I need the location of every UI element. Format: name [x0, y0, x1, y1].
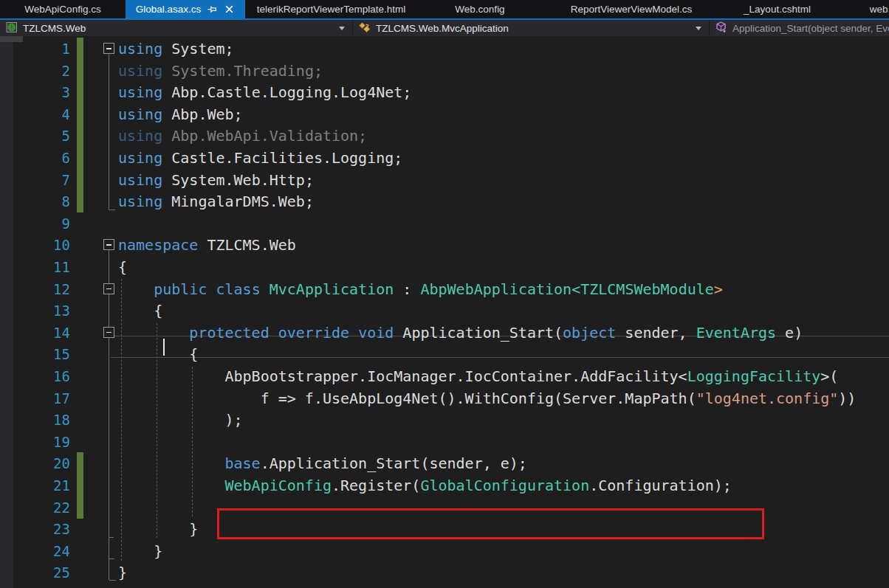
code-line-24[interactable]: 24 } [0, 540, 889, 562]
code-line-10[interactable]: 10namespace TZLCMS.Web [0, 234, 889, 256]
code-text: public class MvcApplication : AbpWebAppl… [118, 278, 723, 300]
tab-label: WebApiConfig.cs [24, 4, 100, 15]
code-line-16[interactable]: 16 AbpBootstrapper.IocManager.IocContain… [0, 365, 889, 387]
line-number[interactable]: 12 [0, 278, 70, 300]
fold-guide-namespace-end [109, 580, 116, 581]
line-number[interactable]: 4 [0, 103, 70, 125]
code-line-5[interactable]: 5using Abp.WebApi.Validation; [0, 125, 889, 147]
type-dropdown[interactable]: TZLCMS.Web.MvcApplication [353, 20, 709, 36]
code-text: using System.Web.Http; [118, 169, 314, 191]
line-number[interactable]: 5 [0, 125, 70, 147]
line-number[interactable]: 20 [0, 452, 70, 474]
code-line-19[interactable]: 19 [0, 431, 889, 453]
tab-label: telerikReportViewerTemplate.html [257, 4, 406, 15]
line-number[interactable]: 10 [0, 234, 70, 256]
code-text: } [118, 561, 127, 584]
line-number[interactable]: 15 [0, 343, 70, 365]
fold-collapse-toggle[interactable] [103, 43, 114, 54]
code-line-20[interactable]: 20 base.Application_Start(sender, e); [0, 452, 889, 474]
change-tracking-bar [77, 474, 83, 497]
code-line-6[interactable]: 6using Castle.Facilities.Logging; [0, 147, 889, 169]
line-number[interactable]: 14 [0, 322, 70, 344]
code-text: { [118, 300, 162, 322]
line-number[interactable]: 19 [0, 431, 70, 453]
line-number[interactable]: 3 [0, 81, 70, 103]
code-line-7[interactable]: 7using System.Web.Http; [0, 169, 889, 191]
tab-web-config[interactable]: Web.config [417, 0, 543, 18]
document-tab-bar: WebApiConfig.csGlobal.asax.cstelerikRepo… [0, 0, 889, 20]
annotation-highlight-box [217, 508, 764, 539]
tab--layout-cshtml[interactable]: _Layout.cshtml [720, 0, 834, 18]
code-line-4[interactable]: 4using Abp.Web; [0, 103, 889, 125]
tab-label: ReportViewerViewModel.cs [571, 4, 693, 15]
pin-icon[interactable] [206, 4, 218, 15]
tab-reportviewerviewmodel-cs[interactable]: ReportViewerViewModel.cs [543, 0, 720, 18]
code-line-21[interactable]: 21 WebApiConfig.Register(GlobalConfigura… [0, 474, 889, 497]
fold-guide-namespace [109, 250, 110, 580]
fold-collapse-toggle[interactable] [103, 283, 114, 294]
code-text: using System; [118, 38, 234, 60]
code-text: using MingalarDMS.Web; [118, 190, 314, 212]
code-line-11[interactable]: 11{ [0, 256, 889, 278]
code-line-3[interactable]: 3using Abp.Castle.Logging.Log4Net; [0, 81, 889, 103]
vs-editor-window: WebApiConfig.csGlobal.asax.cstelerikRepo… [0, 0, 889, 588]
code-line-17[interactable]: 17 f => f.UseAbpLog4Net().WithConfig(Ser… [0, 387, 889, 409]
line-number[interactable]: 23 [0, 518, 70, 540]
line-number[interactable]: 1 [0, 38, 70, 60]
line-number[interactable]: 18 [0, 409, 70, 431]
line-number[interactable]: 22 [0, 497, 70, 519]
line-number[interactable]: 6 [0, 147, 70, 169]
tab-telerikreportviewertemplate-html[interactable]: telerikReportViewerTemplate.html [245, 0, 417, 18]
member-dropdown[interactable]: Application_Start(object sender, Event [710, 20, 889, 36]
change-tracking-bar [77, 190, 83, 212]
minus-icon [106, 288, 111, 290]
tab-global-asax-cs[interactable]: Global.asax.cs [126, 0, 245, 18]
fold-guide-usings [109, 54, 115, 210]
line-number[interactable]: 13 [0, 300, 70, 322]
minus-icon [106, 48, 111, 49]
code-text: namespace TZLCMS.Web [118, 234, 296, 256]
code-line-15[interactable]: 15 { [0, 343, 889, 365]
line-number[interactable]: 7 [0, 169, 70, 191]
code-line-12[interactable]: 12 public class MvcApplication : AbpWebA… [0, 278, 889, 300]
code-line-9[interactable]: 9 [0, 212, 889, 235]
fold-collapse-toggle[interactable] [103, 239, 114, 250]
line-number[interactable]: 24 [0, 540, 70, 562]
project-dropdown[interactable]: TZLCMS.Web [0, 20, 352, 36]
code-line-18[interactable]: 18 ); [0, 409, 889, 431]
tab-label: Web.config [455, 4, 504, 15]
change-tracking-bar [77, 103, 83, 125]
code-line-2[interactable]: 2using System.Threading; [0, 60, 889, 82]
code-text: { [118, 256, 127, 278]
change-tracking-bar [77, 452, 83, 474]
code-editor[interactable]: 1using System;2using System.Threading;3u… [0, 36, 889, 588]
tab-webapiconfig-cs[interactable]: WebApiConfig.cs [0, 0, 126, 18]
line-number[interactable]: 17 [0, 387, 70, 409]
line-number[interactable]: 2 [0, 60, 70, 82]
tab-web-config[interactable]: web.config [834, 0, 889, 18]
close-icon[interactable] [223, 4, 235, 15]
code-line-8[interactable]: 8using MingalarDMS.Web; [0, 190, 889, 212]
line-number[interactable]: 25 [0, 561, 70, 584]
code-text: AbpBootstrapper.IocManager.IocContainer.… [118, 365, 838, 387]
tab-label: _Layout.cshtml [744, 4, 811, 15]
line-number[interactable]: 16 [0, 365, 70, 387]
change-tracking-bar [77, 81, 83, 103]
line-number[interactable]: 9 [0, 212, 70, 235]
code-line-25[interactable]: 25} [0, 561, 889, 584]
code-text: f => f.UseAbpLog4Net().WithConfig(Server… [118, 387, 856, 409]
line-number[interactable]: 11 [0, 256, 70, 278]
change-tracking-bar [77, 169, 83, 191]
tab-label: Global.asax.cs [136, 4, 202, 15]
code-line-13[interactable]: 13 { [0, 300, 889, 322]
line-number[interactable]: 21 [0, 474, 70, 497]
change-tracking-bar [77, 497, 83, 519]
code-line-14[interactable]: 14 protected override void Application_S… [0, 322, 889, 344]
chevron-down-icon [339, 27, 345, 30]
fold-collapse-toggle[interactable] [103, 327, 114, 338]
line-number[interactable]: 8 [0, 190, 70, 212]
code-text: } [118, 540, 162, 562]
code-line-1[interactable]: 1using System; [0, 38, 889, 60]
change-tracking-bar [77, 147, 83, 169]
member-dropdown-label: Application_Start(object sender, Event [732, 23, 889, 34]
